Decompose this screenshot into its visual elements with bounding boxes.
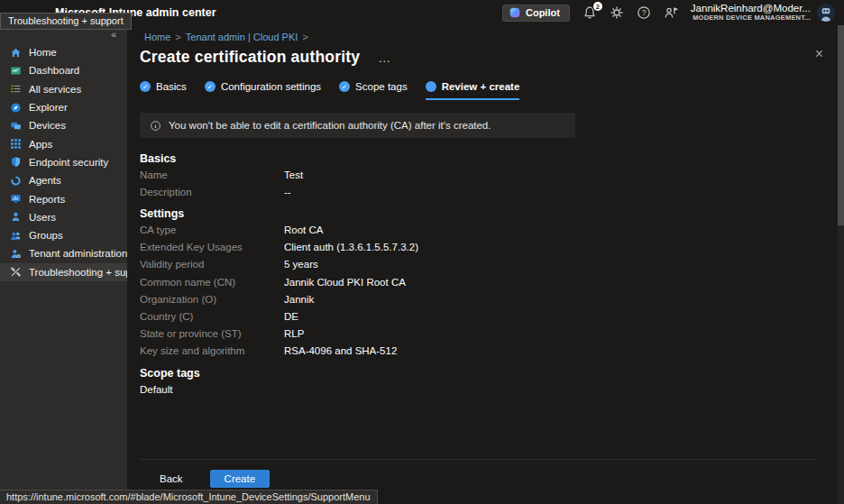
wizard-steps: ✓Basics✓Configuration settings✓Scope tag… — [140, 81, 844, 98]
svg-text:?: ? — [641, 8, 646, 17]
field-value: 5 years — [284, 259, 318, 270]
apps-icon — [10, 138, 22, 150]
sidebar-item-all-services[interactable]: All services — [0, 80, 127, 98]
field-value: RSA-4096 and SHA-512 — [284, 345, 397, 356]
sidebar-item-explorer[interactable]: Explorer — [0, 98, 127, 116]
review-sections: BasicsNameTestDescription--SettingsCA ty… — [140, 152, 844, 397]
tab-configuration-settings[interactable]: ✓Configuration settings — [205, 81, 321, 98]
account-info: JannikReinhard@Moder... MODERN DEVICE MA… — [691, 3, 811, 23]
sidebar-item-label: Groups — [29, 230, 63, 241]
field-value: Test — [284, 170, 303, 180]
review-row-ca-type: CA typeRoot CA — [140, 221, 844, 238]
scope-tag-value: Default — [140, 384, 844, 397]
tab-scope-tags[interactable]: ✓Scope tags — [339, 81, 408, 98]
review-row-key-size-and-algorithm: Key size and algorithmRSA-4096 and SHA-5… — [140, 343, 844, 360]
sidebar-item-label: Dashboard — [29, 65, 79, 76]
step-complete-check-icon: ✓ — [205, 81, 216, 92]
review-row-common-name-cn: Common name (CN)Jannik Cloud PKI Root CA — [140, 273, 844, 290]
tab-label: Review + create — [442, 81, 520, 92]
field-label: Extended Key Usages — [140, 242, 284, 252]
sidebar-item-apps[interactable]: Apps — [0, 134, 127, 152]
all-services-icon — [10, 83, 22, 95]
content-pane: Home>Tenant admin | Cloud PKI> Create ce… — [127, 25, 844, 504]
sidebar-item-label: Explorer — [29, 102, 68, 113]
sidebar-item-label: Users — [29, 212, 56, 223]
info-banner: You won't be able to edit a certificatio… — [140, 113, 575, 138]
sidebar-item-devices[interactable]: Devices — [0, 116, 127, 134]
sidebar-item-tenant-administration[interactable]: Tenant administration — [0, 244, 127, 262]
field-value: RLP — [284, 328, 304, 339]
footer-divider — [140, 459, 817, 460]
section-heading-basics: Basics — [140, 152, 844, 166]
sidebar-item-label: Endpoint security — [29, 157, 108, 168]
more-menu-icon[interactable]: … — [378, 50, 391, 65]
field-value: Root CA — [284, 225, 323, 235]
copilot-label: Copilot — [526, 7, 560, 18]
breadcrumb-link-tenant-admin-cloud-pki[interactable]: Tenant admin | Cloud PKI — [186, 32, 298, 42]
settings-gear-icon[interactable] — [610, 5, 624, 20]
review-row-name: NameTest — [140, 166, 844, 183]
sidebar-item-tooltip: Troubleshooting + support — [0, 13, 132, 30]
title-row: Create certification authority … × — [140, 48, 844, 67]
sidebar-item-home[interactable]: Home — [0, 43, 127, 61]
sidebar-item-dashboard[interactable]: Dashboard — [0, 61, 127, 79]
breadcrumb: Home>Tenant admin | Cloud PKI> — [127, 25, 844, 42]
field-value: Client auth (1.3.6.1.5.5.7.3.2) — [284, 242, 418, 252]
sidebar-item-groups[interactable]: Groups — [0, 226, 127, 244]
sidebar-item-users[interactable]: Users — [0, 208, 127, 226]
explorer-icon — [10, 102, 22, 114]
tab-label: Configuration settings — [221, 81, 321, 92]
field-label: Key size and algorithm — [140, 345, 284, 356]
tab-basics[interactable]: ✓Basics — [140, 81, 187, 98]
breadcrumb-separator: > — [302, 32, 307, 42]
avatar[interactable] — [817, 4, 835, 22]
field-label: State or province (ST) — [140, 328, 284, 339]
sidebar-item-agents[interactable]: Agents — [0, 171, 127, 189]
step-current-dot-icon — [426, 81, 436, 92]
sidebar-item-troubleshooting-support[interactable]: Troubleshooting + support⋮ — [0, 263, 127, 281]
step-complete-check-icon: ✓ — [339, 81, 350, 92]
field-value: -- — [284, 187, 291, 197]
create-button[interactable]: Create — [210, 470, 271, 488]
back-button[interactable]: Back — [147, 470, 196, 488]
field-label: CA type — [140, 225, 284, 235]
topbar-actions: Copilot 2 ? JannikReinhard@Moder... MODE… — [502, 3, 844, 23]
review-row-description: Description-- — [140, 183, 844, 200]
tenant-administration-icon — [10, 248, 22, 260]
feedback-icon[interactable] — [664, 5, 678, 20]
link-preview-statusbar: https://intune.microsoft.com/#blade/Micr… — [0, 490, 378, 504]
sidebar-item-label: Devices — [29, 120, 66, 131]
field-label: Description — [140, 187, 284, 197]
field-label: Name — [140, 170, 284, 180]
field-value: Jannik Cloud PKI Root CA — [284, 277, 406, 288]
notification-bell-icon[interactable]: 2 — [583, 5, 597, 20]
sidebar-item-endpoint-security[interactable]: Endpoint security — [0, 153, 127, 171]
user-organization: MODERN DEVICE MANAGEMENT... — [691, 14, 811, 23]
account-menu[interactable]: JannikReinhard@Moder... MODERN DEVICE MA… — [691, 3, 835, 23]
info-icon — [150, 120, 161, 132]
breadcrumb-separator: > — [175, 32, 180, 42]
review-row-validity-period: Validity period5 years — [140, 256, 844, 273]
review-row-organization-o: Organization (O)Jannik — [140, 290, 844, 307]
sidebar-item-label: Agents — [29, 175, 61, 186]
wizard-footer: Back Create — [147, 470, 844, 488]
info-banner-text: You won't be able to edit a certificatio… — [169, 120, 491, 131]
close-icon[interactable]: × — [815, 47, 823, 61]
scrollbar-thumb[interactable] — [838, 25, 844, 225]
sidebar: « HomeDashboardAll servicesExplorerDevic… — [0, 25, 127, 504]
review-row-country-c: Country (C)DE — [140, 307, 844, 325]
copilot-icon — [509, 7, 520, 18]
groups-icon — [10, 230, 22, 242]
breadcrumb-link-home[interactable]: Home — [144, 32, 170, 42]
troubleshooting-icon — [10, 266, 22, 278]
section-heading-settings: Settings — [140, 207, 844, 221]
tab-review-create[interactable]: Review + create — [426, 81, 520, 100]
reports-icon — [10, 193, 22, 205]
vertical-scrollbar[interactable] — [838, 25, 844, 504]
copilot-button[interactable]: Copilot — [502, 5, 570, 22]
help-icon[interactable]: ? — [637, 5, 651, 20]
main-layout: « HomeDashboardAll servicesExplorerDevic… — [0, 25, 844, 504]
sidebar-item-reports[interactable]: Reports — [0, 189, 127, 207]
sidebar-item-label: Tenant administration — [29, 248, 127, 259]
tab-label: Basics — [156, 81, 187, 92]
